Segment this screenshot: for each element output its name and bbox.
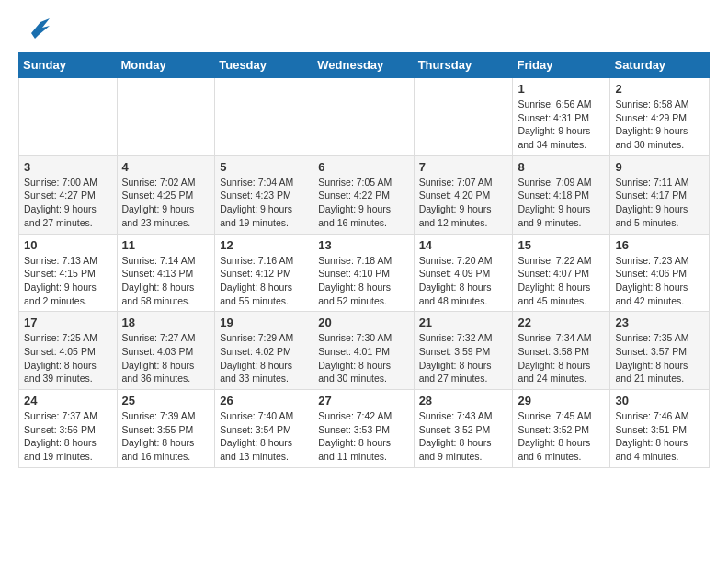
day-number: 8 xyxy=(518,160,605,174)
day-info: Sunrise: 7:35 AMSunset: 3:57 PMDaylight:… xyxy=(615,331,704,385)
day-number: 2 xyxy=(615,82,704,96)
day-number: 3 xyxy=(24,160,112,174)
header-row: Sunday Monday Tuesday Wednesday Thursday… xyxy=(19,52,710,78)
calendar-cell: 1Sunrise: 6:56 AMSunset: 4:31 PMDaylight… xyxy=(513,78,610,156)
day-info: Sunrise: 7:30 AMSunset: 4:01 PMDaylight:… xyxy=(318,331,408,385)
day-info: Sunrise: 7:00 AMSunset: 4:27 PMDaylight:… xyxy=(24,176,112,230)
calendar-cell: 2Sunrise: 6:58 AMSunset: 4:29 PMDaylight… xyxy=(610,78,710,156)
day-number: 13 xyxy=(318,238,408,252)
calendar-cell: 5Sunrise: 7:04 AMSunset: 4:23 PMDaylight… xyxy=(215,155,313,234)
day-number: 14 xyxy=(419,238,508,252)
day-info: Sunrise: 7:29 AMSunset: 4:02 PMDaylight:… xyxy=(220,331,308,385)
day-number: 16 xyxy=(615,238,704,252)
day-number: 22 xyxy=(518,316,605,329)
calendar-table: Sunday Monday Tuesday Wednesday Thursday… xyxy=(18,52,710,468)
day-info: Sunrise: 7:46 AMSunset: 3:51 PMDaylight:… xyxy=(615,409,704,464)
day-info: Sunrise: 7:18 AMSunset: 4:10 PMDaylight:… xyxy=(318,254,408,308)
day-info: Sunrise: 7:25 AMSunset: 4:05 PMDaylight:… xyxy=(24,331,112,385)
day-info: Sunrise: 7:40 AMSunset: 3:54 PMDaylight:… xyxy=(220,409,308,464)
day-number: 23 xyxy=(615,316,704,329)
day-number: 18 xyxy=(122,316,210,329)
day-number: 29 xyxy=(518,394,605,408)
day-number: 10 xyxy=(24,238,112,252)
day-info: Sunrise: 7:34 AMSunset: 3:58 PMDaylight:… xyxy=(518,331,605,385)
calendar-cell: 18Sunrise: 7:27 AMSunset: 4:03 PMDayligh… xyxy=(117,312,215,390)
day-info: Sunrise: 7:16 AMSunset: 4:12 PMDaylight:… xyxy=(220,254,308,308)
col-tuesday: Tuesday xyxy=(215,52,313,78)
calendar-cell: 15Sunrise: 7:22 AMSunset: 4:07 PMDayligh… xyxy=(513,234,610,312)
col-sunday: Sunday xyxy=(19,52,118,78)
day-info: Sunrise: 7:13 AMSunset: 4:15 PMDaylight:… xyxy=(24,254,112,308)
col-saturday: Saturday xyxy=(610,52,710,78)
calendar-cell: 24Sunrise: 7:37 AMSunset: 3:56 PMDayligh… xyxy=(19,390,118,468)
day-info: Sunrise: 7:11 AMSunset: 4:17 PMDaylight:… xyxy=(615,176,704,230)
day-number: 9 xyxy=(615,160,704,174)
week-row-2: 3Sunrise: 7:00 AMSunset: 4:27 PMDaylight… xyxy=(19,155,710,234)
calendar-cell: 9Sunrise: 7:11 AMSunset: 4:17 PMDaylight… xyxy=(610,155,710,234)
day-info: Sunrise: 7:09 AMSunset: 4:18 PMDaylight:… xyxy=(518,176,605,230)
calendar-cell: 14Sunrise: 7:20 AMSunset: 4:09 PMDayligh… xyxy=(414,234,513,312)
day-number: 15 xyxy=(518,238,605,252)
calendar-cell: 19Sunrise: 7:29 AMSunset: 4:02 PMDayligh… xyxy=(215,312,313,390)
day-info: Sunrise: 7:43 AMSunset: 3:52 PMDaylight:… xyxy=(419,409,508,464)
day-number: 4 xyxy=(122,160,210,174)
day-number: 20 xyxy=(318,316,408,329)
calendar-cell: 22Sunrise: 7:34 AMSunset: 3:58 PMDayligh… xyxy=(513,312,610,390)
day-number: 25 xyxy=(122,394,210,408)
day-number: 11 xyxy=(122,238,210,252)
calendar-cell: 30Sunrise: 7:46 AMSunset: 3:51 PMDayligh… xyxy=(610,390,710,468)
calendar-cell: 13Sunrise: 7:18 AMSunset: 4:10 PMDayligh… xyxy=(313,234,414,312)
day-number: 30 xyxy=(615,394,704,408)
day-info: Sunrise: 7:39 AMSunset: 3:55 PMDaylight:… xyxy=(122,409,210,464)
day-number: 26 xyxy=(220,394,308,408)
calendar-cell: 12Sunrise: 7:16 AMSunset: 4:12 PMDayligh… xyxy=(215,234,313,312)
day-info: Sunrise: 7:32 AMSunset: 3:59 PMDaylight:… xyxy=(419,331,508,385)
day-info: Sunrise: 7:22 AMSunset: 4:07 PMDaylight:… xyxy=(518,254,605,308)
calendar-cell: 21Sunrise: 7:32 AMSunset: 3:59 PMDayligh… xyxy=(414,312,513,390)
day-info: Sunrise: 7:42 AMSunset: 3:53 PMDaylight:… xyxy=(318,409,408,464)
col-thursday: Thursday xyxy=(414,52,513,78)
calendar-cell: 27Sunrise: 7:42 AMSunset: 3:53 PMDayligh… xyxy=(313,390,414,468)
header xyxy=(18,18,710,42)
calendar-cell xyxy=(313,78,414,156)
day-info: Sunrise: 7:27 AMSunset: 4:03 PMDaylight:… xyxy=(122,331,210,385)
day-info: Sunrise: 7:02 AMSunset: 4:25 PMDaylight:… xyxy=(122,176,210,230)
day-info: Sunrise: 7:45 AMSunset: 3:52 PMDaylight:… xyxy=(518,409,605,464)
calendar-cell xyxy=(19,78,118,156)
day-number: 1 xyxy=(518,82,605,96)
week-row-3: 10Sunrise: 7:13 AMSunset: 4:15 PMDayligh… xyxy=(19,234,710,312)
day-number: 5 xyxy=(220,160,308,174)
calendar-cell: 29Sunrise: 7:45 AMSunset: 3:52 PMDayligh… xyxy=(513,390,610,468)
day-number: 6 xyxy=(318,160,408,174)
day-number: 28 xyxy=(419,394,508,408)
col-wednesday: Wednesday xyxy=(313,52,414,78)
calendar-cell: 17Sunrise: 7:25 AMSunset: 4:05 PMDayligh… xyxy=(19,312,118,390)
calendar-cell: 25Sunrise: 7:39 AMSunset: 3:55 PMDayligh… xyxy=(117,390,215,468)
calendar-cell: 10Sunrise: 7:13 AMSunset: 4:15 PMDayligh… xyxy=(19,234,118,312)
week-row-5: 24Sunrise: 7:37 AMSunset: 3:56 PMDayligh… xyxy=(19,390,710,468)
calendar-cell: 7Sunrise: 7:07 AMSunset: 4:20 PMDaylight… xyxy=(414,155,513,234)
calendar-cell xyxy=(414,78,513,156)
day-info: Sunrise: 7:14 AMSunset: 4:13 PMDaylight:… xyxy=(122,254,210,308)
calendar-cell: 16Sunrise: 7:23 AMSunset: 4:06 PMDayligh… xyxy=(610,234,710,312)
day-number: 19 xyxy=(220,316,308,329)
col-monday: Monday xyxy=(117,52,215,78)
day-number: 7 xyxy=(419,160,508,174)
week-row-1: 1Sunrise: 6:56 AMSunset: 4:31 PMDaylight… xyxy=(19,78,710,156)
day-info: Sunrise: 7:05 AMSunset: 4:22 PMDaylight:… xyxy=(318,176,408,230)
col-friday: Friday xyxy=(513,52,610,78)
calendar-cell: 3Sunrise: 7:00 AMSunset: 4:27 PMDaylight… xyxy=(19,155,118,234)
calendar-cell: 6Sunrise: 7:05 AMSunset: 4:22 PMDaylight… xyxy=(313,155,414,234)
svg-marker-0 xyxy=(31,18,50,39)
day-number: 17 xyxy=(24,316,112,329)
page: Sunday Monday Tuesday Wednesday Thursday… xyxy=(0,0,728,477)
day-info: Sunrise: 7:23 AMSunset: 4:06 PMDaylight:… xyxy=(615,254,704,308)
day-info: Sunrise: 7:37 AMSunset: 3:56 PMDaylight:… xyxy=(24,409,112,464)
bird-icon xyxy=(22,15,50,42)
week-row-4: 17Sunrise: 7:25 AMSunset: 4:05 PMDayligh… xyxy=(19,312,710,390)
day-info: Sunrise: 6:56 AMSunset: 4:31 PMDaylight:… xyxy=(518,98,605,152)
day-number: 21 xyxy=(419,316,508,329)
calendar-cell: 28Sunrise: 7:43 AMSunset: 3:52 PMDayligh… xyxy=(414,390,513,468)
day-number: 12 xyxy=(220,238,308,252)
logo xyxy=(18,18,50,42)
